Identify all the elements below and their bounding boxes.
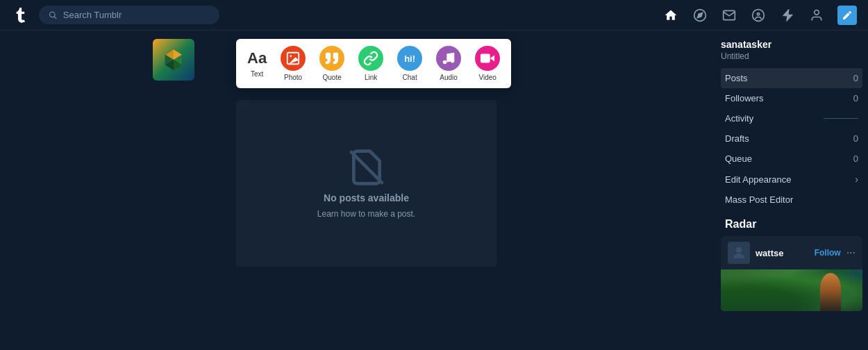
edit-appearance-label: Edit Appearance <box>725 174 791 185</box>
text-icon: Aa <box>247 49 267 67</box>
tumblr-logo[interactable] <box>11 6 31 25</box>
svg-point-16 <box>443 60 447 65</box>
svg-marker-1 <box>697 12 702 17</box>
left-section <box>0 31 236 350</box>
radar-user-avatar <box>728 242 750 264</box>
svg-point-15 <box>290 55 292 57</box>
image-overlay <box>721 269 862 311</box>
top-navigation <box>0 0 868 31</box>
compass-icon[interactable] <box>692 7 708 24</box>
svg-marker-18 <box>490 55 494 61</box>
sidebar-mass-post-row[interactable]: Mass Post Editor <box>721 190 862 210</box>
people-icon[interactable] <box>808 7 825 24</box>
search-bar[interactable] <box>39 6 219 24</box>
sidebar-followers-row[interactable]: Followers 0 <box>721 88 862 108</box>
blog-name: sanatasker <box>721 39 862 50</box>
link-post-button[interactable]: Link <box>358 46 383 81</box>
radar-follow-button[interactable]: Follow <box>815 248 841 258</box>
photo-label: Photo <box>284 74 302 81</box>
activity-icon[interactable] <box>779 7 796 24</box>
blog-subtitle: Untitled <box>721 51 862 61</box>
chat-post-button[interactable]: hi! Chat <box>397 46 422 81</box>
drafts-count: 0 <box>853 133 858 144</box>
text-label: Text <box>251 70 263 78</box>
link-icon <box>358 46 383 71</box>
radar-title: Radar <box>721 218 862 231</box>
audio-label: Audio <box>440 74 458 81</box>
account-icon[interactable] <box>750 7 767 24</box>
radar-section: Radar wattse Follow ··· <box>721 218 862 311</box>
photo-icon <box>281 46 306 71</box>
sidebar-posts-row[interactable]: Posts 0 <box>721 68 862 88</box>
sidebar-queue-row[interactable]: Queue 0 <box>721 149 862 169</box>
mass-post-label: Mass Post Editor <box>725 194 793 205</box>
quote-icon <box>319 46 344 71</box>
posts-count: 0 <box>853 73 858 83</box>
post-type-toolbar: Aa Text Photo Quote Link hi! <box>236 39 511 88</box>
audio-post-button[interactable]: Audio <box>436 46 461 81</box>
svg-point-3 <box>815 10 819 15</box>
no-document-icon <box>347 148 386 187</box>
link-label: Link <box>365 74 377 81</box>
queue-count: 0 <box>853 153 858 164</box>
video-post-button[interactable]: Video <box>475 46 500 81</box>
sidebar-activity-row[interactable]: Activity <box>721 108 862 128</box>
chat-icon: hi! <box>397 46 422 71</box>
svg-point-21 <box>736 247 742 253</box>
activity-label: Activity <box>725 113 753 124</box>
video-label: Video <box>478 74 496 81</box>
right-sidebar: sanatasker Untitled Posts 0 Followers 0 … <box>715 31 868 350</box>
blog-avatar[interactable] <box>153 39 194 81</box>
new-post-button[interactable] <box>837 6 857 25</box>
svg-point-17 <box>451 59 455 63</box>
sidebar-drafts-row[interactable]: Drafts 0 <box>721 128 862 149</box>
text-post-button[interactable]: Aa Text <box>247 49 267 78</box>
radar-more-button[interactable]: ··· <box>846 247 856 259</box>
photo-post-button[interactable]: Photo <box>281 46 306 81</box>
learn-link[interactable]: Learn how to make a post. <box>317 209 415 219</box>
home-icon[interactable] <box>662 7 679 24</box>
nav-icons <box>662 6 857 25</box>
quote-post-button[interactable]: Quote <box>319 46 344 81</box>
followers-count: 0 <box>853 93 858 103</box>
video-icon <box>475 46 500 71</box>
mail-icon[interactable] <box>721 7 737 24</box>
chevron-right-icon: › <box>855 174 858 185</box>
chat-label: Chat <box>403 74 417 81</box>
no-posts-label: No posts available <box>324 192 409 203</box>
queue-label: Queue <box>725 153 752 164</box>
main-content: Aa Text Photo Quote Link hi! <box>0 31 868 350</box>
followers-label: Followers <box>725 93 764 103</box>
radar-username: wattse <box>756 248 809 258</box>
radar-card-header: wattse Follow ··· <box>721 236 862 269</box>
svg-rect-19 <box>481 54 490 63</box>
radar-preview-image <box>721 269 862 311</box>
radar-card: wattse Follow ··· <box>721 236 862 311</box>
sidebar-edit-appearance-row[interactable]: Edit Appearance › <box>721 169 862 190</box>
posts-label: Posts <box>725 73 748 83</box>
quote-label: Quote <box>323 74 342 81</box>
empty-posts-panel: No posts available Learn how to make a p… <box>236 100 496 267</box>
audio-icon <box>436 46 461 71</box>
search-input[interactable] <box>63 10 210 20</box>
activity-divider <box>824 118 858 119</box>
drafts-label: Drafts <box>725 133 749 144</box>
